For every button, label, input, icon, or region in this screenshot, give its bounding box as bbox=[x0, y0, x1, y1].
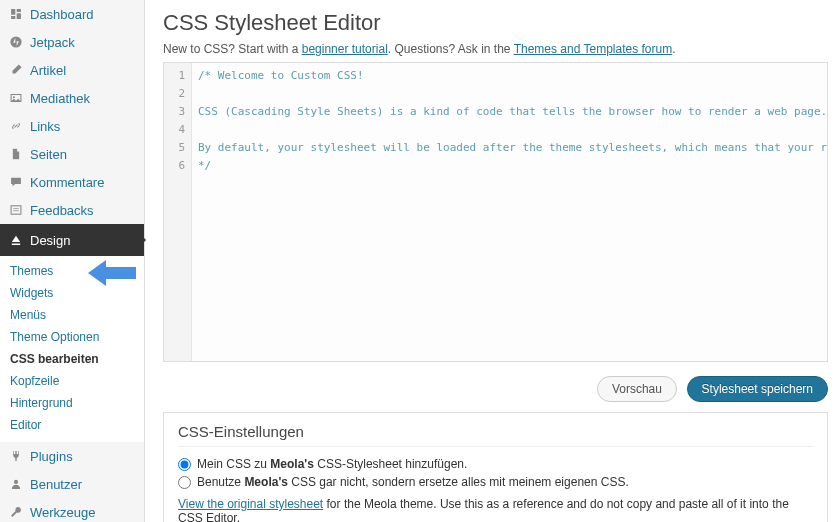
sidebar-item-label: Jetpack bbox=[30, 35, 75, 50]
main-content: CSS Stylesheet Editor New to CSS? Start … bbox=[145, 0, 840, 522]
pages-icon bbox=[8, 146, 24, 162]
dashboard-icon bbox=[8, 6, 24, 22]
svg-rect-3 bbox=[11, 206, 21, 214]
themes-forum-link[interactable]: Themes and Templates forum bbox=[514, 42, 673, 56]
tools-icon bbox=[8, 504, 24, 520]
css-mode-add[interactable]: Mein CSS zu Meola's CSS-Stylesheet hinzu… bbox=[178, 457, 813, 471]
sidebar-item-media[interactable]: Mediathek bbox=[0, 84, 144, 112]
plugins-icon bbox=[8, 448, 24, 464]
sidebar-item-posts[interactable]: Artikel bbox=[0, 56, 144, 84]
original-stylesheet-link[interactable]: View the original stylesheet bbox=[178, 497, 323, 511]
sidebar-item-comments[interactable]: Kommentare bbox=[0, 168, 144, 196]
tutorial-arrow bbox=[88, 258, 136, 288]
beginner-tutorial-link[interactable]: beginner tutorial bbox=[302, 42, 388, 56]
sidebar-item-tools[interactable]: Werkzeuge bbox=[0, 498, 144, 522]
sidebar-item-label: Plugins bbox=[30, 449, 73, 464]
sidebar-item-label: Links bbox=[30, 119, 60, 134]
submenu-item[interactable]: Theme Optionen bbox=[0, 326, 144, 348]
sidebar-item-feedback[interactable]: Feedbacks bbox=[0, 196, 144, 224]
submenu-item[interactable]: Editor bbox=[0, 414, 144, 436]
editor-gutter: 123456 bbox=[164, 63, 192, 361]
submenu-item[interactable]: CSS bearbeiten bbox=[0, 348, 144, 370]
intro-text: New to CSS? Start with a beginner tutori… bbox=[163, 42, 828, 56]
sidebar-item-label: Feedbacks bbox=[30, 203, 94, 218]
submenu-item[interactable]: Kopfzeile bbox=[0, 370, 144, 392]
sidebar-item-label: Seiten bbox=[30, 147, 67, 162]
sidebar-item-jetpack[interactable]: Jetpack bbox=[0, 28, 144, 56]
svg-point-4 bbox=[14, 480, 18, 484]
submenu-item[interactable]: Hintergrund bbox=[0, 392, 144, 414]
jetpack-icon bbox=[8, 34, 24, 50]
feedback-icon bbox=[8, 202, 24, 218]
sidebar-item-dashboard[interactable]: Dashboard bbox=[0, 0, 144, 28]
sidebar-item-links[interactable]: Links bbox=[0, 112, 144, 140]
users-icon bbox=[8, 476, 24, 492]
settings-title: CSS-Einstellungen bbox=[178, 423, 813, 447]
appearance-icon bbox=[8, 232, 24, 248]
css-mode-replace[interactable]: Benutze Meola's CSS gar nicht, sondern e… bbox=[178, 475, 813, 489]
links-icon bbox=[8, 118, 24, 134]
sidebar-item-label: Werkzeuge bbox=[30, 505, 96, 520]
settings-note: View the original stylesheet for the Meo… bbox=[178, 497, 813, 522]
save-button[interactable]: Stylesheet speichern bbox=[687, 376, 828, 402]
posts-icon bbox=[8, 62, 24, 78]
submenu-item[interactable]: Menüs bbox=[0, 304, 144, 326]
sidebar-item-label: Design bbox=[30, 233, 70, 248]
sidebar-item-label: Mediathek bbox=[30, 91, 90, 106]
sidebar-item-plugins[interactable]: Plugins bbox=[0, 442, 144, 470]
media-icon bbox=[8, 90, 24, 106]
sidebar-item-label: Artikel bbox=[30, 63, 66, 78]
sidebar-item-label: Dashboard bbox=[30, 7, 94, 22]
css-mode-replace-radio[interactable] bbox=[178, 476, 191, 489]
comments-icon bbox=[8, 174, 24, 190]
svg-point-0 bbox=[10, 36, 21, 47]
css-mode-add-radio[interactable] bbox=[178, 458, 191, 471]
css-settings-panel: CSS-Einstellungen Mein CSS zu Meola's CS… bbox=[163, 412, 828, 522]
sidebar-item-users[interactable]: Benutzer bbox=[0, 470, 144, 498]
editor-code: /* Welcome to Custom CSS! CSS (Cascading… bbox=[192, 63, 827, 179]
preview-button[interactable]: Vorschau bbox=[597, 376, 677, 402]
button-row: Vorschau Stylesheet speichern bbox=[163, 376, 828, 402]
svg-point-2 bbox=[13, 96, 15, 98]
css-editor[interactable]: 123456 /* Welcome to Custom CSS! CSS (Ca… bbox=[163, 62, 828, 362]
sidebar-item-design[interactable]: Design bbox=[0, 224, 144, 256]
page-title: CSS Stylesheet Editor bbox=[163, 10, 828, 36]
sidebar-item-label: Kommentare bbox=[30, 175, 104, 190]
sidebar-item-label: Benutzer bbox=[30, 477, 82, 492]
sidebar-item-pages[interactable]: Seiten bbox=[0, 140, 144, 168]
